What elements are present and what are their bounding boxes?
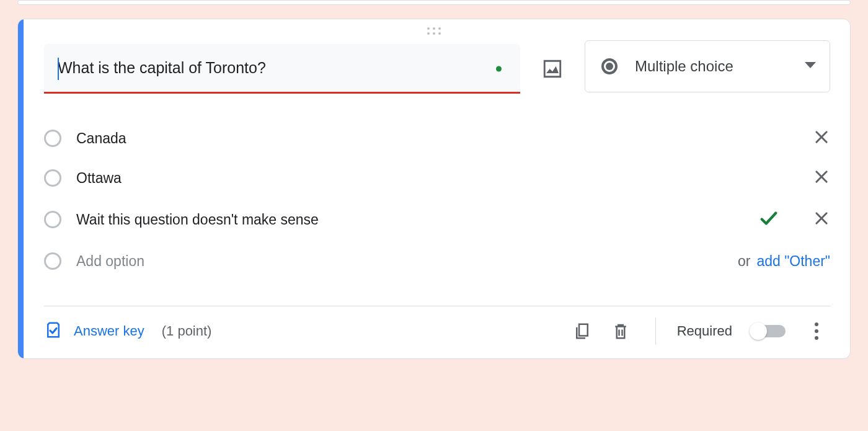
question-type-dropdown[interactable]: Multiple choice (585, 40, 830, 92)
chevron-down-icon (805, 61, 816, 72)
add-option-row: Add option or add "Other" (44, 241, 830, 281)
correct-answer-icon (758, 208, 779, 231)
delete-button[interactable] (607, 322, 634, 340)
radio-outline-icon[interactable] (44, 169, 61, 187)
required-label: Required (677, 323, 732, 339)
svg-point-1 (433, 27, 435, 30)
question-header-row: Multiple choice (44, 44, 830, 94)
svg-point-7 (815, 329, 818, 333)
add-other-button[interactable]: add "Other" (756, 253, 830, 270)
answer-key-label: Answer key (74, 323, 144, 339)
svg-point-4 (433, 32, 435, 35)
copy-icon (573, 322, 591, 340)
text-cursor (58, 58, 59, 80)
remove-option-button[interactable] (813, 168, 830, 188)
option-label[interactable]: Ottawa (76, 170, 813, 187)
radio-outline-icon[interactable] (44, 130, 61, 147)
trash-icon (611, 322, 630, 340)
close-icon (813, 168, 830, 185)
points-label: (1 point) (162, 323, 212, 339)
svg-point-5 (438, 32, 441, 35)
radio-outline-icon[interactable] (44, 211, 61, 228)
svg-point-3 (427, 32, 430, 35)
image-icon (542, 58, 563, 79)
question-type-label: Multiple choice (635, 58, 805, 75)
question-input-wrap (44, 44, 520, 94)
required-toggle[interactable] (751, 325, 786, 337)
suggestion-indicator-icon (496, 66, 502, 72)
duplicate-button[interactable] (569, 322, 596, 340)
svg-point-2 (438, 27, 441, 30)
card-footer: Answer key (1 point) Required (44, 306, 830, 358)
vertical-divider (655, 318, 656, 345)
radio-outline-icon (44, 252, 61, 270)
option-label[interactable]: Wait this question doesn't make sense (76, 211, 758, 228)
or-text: or (738, 253, 750, 270)
question-card: Multiple choice Canada Ottawa (17, 19, 851, 359)
remove-option-button[interactable] (813, 210, 830, 229)
close-icon (813, 210, 830, 227)
question-title-input[interactable] (44, 44, 520, 92)
svg-point-8 (815, 336, 818, 340)
answer-key-button[interactable]: Answer key (44, 321, 144, 342)
more-vertical-icon (814, 322, 819, 340)
option-label[interactable]: Canada (76, 130, 813, 147)
drag-handle-icon[interactable] (427, 27, 441, 35)
svg-point-6 (815, 322, 818, 326)
active-card-accent (18, 19, 24, 358)
close-icon (813, 128, 830, 146)
more-options-button[interactable] (803, 322, 830, 340)
option-row: Ottawa (44, 158, 830, 198)
answer-key-icon (44, 321, 63, 342)
add-image-button[interactable] (538, 54, 567, 84)
option-row: Canada (44, 118, 830, 158)
options-list: Canada Ottawa Wait this question doesn't… (44, 118, 830, 281)
previous-card-bottom (17, 0, 851, 5)
add-option-placeholder[interactable]: Add option (76, 253, 732, 270)
remove-option-button[interactable] (813, 128, 830, 148)
option-row: Wait this question doesn't make sense (44, 198, 830, 241)
radio-button-icon (601, 58, 618, 74)
question-error-underline (44, 92, 520, 94)
svg-point-0 (427, 27, 430, 30)
